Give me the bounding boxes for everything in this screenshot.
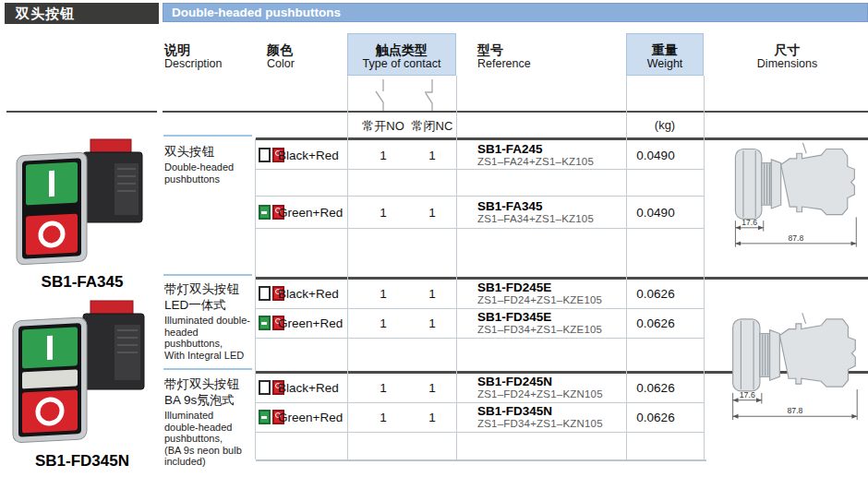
weight-value: 0.0626 xyxy=(605,287,706,301)
column-header-color-zh: 颜色 xyxy=(267,42,295,57)
reference-block: SB1-FD245E ZS1–FD24+ZS1–KZE105 xyxy=(477,280,602,306)
column-header-reference-zh: 型号 xyxy=(477,42,531,57)
row-separator xyxy=(256,432,704,433)
no-count: 1 xyxy=(360,316,406,330)
table-row: Black+Red 1 1 SB1-FA245 ZS1–FA24+ZS1–KZ1… xyxy=(256,140,704,169)
column-header-reference-en: Reference xyxy=(477,57,531,71)
nc-count: 1 xyxy=(409,148,455,161)
reference-subcode: ZS1–FA24+ZS1–KZ105 xyxy=(477,156,594,168)
column-header-color-en: Color xyxy=(267,57,295,71)
section1-blue-line xyxy=(163,135,252,137)
row-separator xyxy=(256,338,704,339)
no-count: 1 xyxy=(360,411,406,424)
reference-block: SB1-FA345 ZS1–FA34+ZS1–KZ105 xyxy=(477,199,594,225)
page-title-banner: Double-headed pushbuttons xyxy=(163,3,868,22)
column-header-contact: 触点类型 Type of contact xyxy=(347,33,456,76)
table-row: Black+Red 1 1 SB1-FD245E ZS1–FD24+ZS1–KZ… xyxy=(256,279,704,308)
product-label-2: SB1-FD345N xyxy=(5,452,160,471)
dimension-drawing-2: 17.6 87.8 xyxy=(720,307,864,435)
reference-block: SB1-FD245N ZS1–FD24+ZS1–KZN105 xyxy=(477,375,603,400)
no-count: 1 xyxy=(360,148,406,161)
no-count: 1 xyxy=(360,287,406,301)
black-button-icon xyxy=(259,286,271,301)
column-header-contact-en: Type of contact xyxy=(348,57,455,71)
column-header-description-zh: 说明 xyxy=(164,42,223,57)
weight-value: 0.0626 xyxy=(605,381,706,395)
table-row: Green+Red 1 1 SB1-FA345 ZS1–FA34+ZS1–KZ1… xyxy=(256,197,704,228)
column-header-dimensions: 尺寸 Dimensions xyxy=(720,42,854,71)
product-label-1: SB1-FA345 xyxy=(5,273,160,292)
section3-blue-line xyxy=(163,368,252,370)
no-count: 1 xyxy=(360,206,406,220)
reference-subcode: ZS1–FD34+ZS1–KZE105 xyxy=(477,324,602,336)
column-header-weight: 重量 Weight xyxy=(626,33,704,76)
rule-header xyxy=(163,111,868,113)
column-header-reference: 型号 Reference xyxy=(477,42,531,71)
column-header-color: 颜色 Color xyxy=(267,42,295,71)
section3-description: 带灯双头按钮 BA 9s氖泡式 Illuminated double-heade… xyxy=(164,376,259,468)
color-label: Green+Red xyxy=(278,206,343,220)
table-row: Black+Red 1 1 SB1-FD245N ZS1–FD24+ZS1–KZ… xyxy=(256,373,704,402)
dim-total-label: 87.8 xyxy=(789,233,804,243)
section2-description: 带灯双头按钮 LED一体式 Illuminated double- headed… xyxy=(164,281,259,361)
reference-subcode: ZS1–FD24+ZS1–KZE105 xyxy=(477,294,602,306)
nc-column-label: 常闭NC xyxy=(400,118,464,135)
weight-value: 0.0490 xyxy=(605,206,706,220)
weight-value: 0.0626 xyxy=(605,316,706,330)
weight-unit-label: (kg) xyxy=(614,118,716,132)
nc-count: 1 xyxy=(409,381,455,395)
dim-cap-label: 17.6 xyxy=(740,390,755,399)
dimension-drawing-1: 17.6 87.8 xyxy=(723,140,863,258)
black-button-icon xyxy=(259,380,271,395)
weight-value: 0.0626 xyxy=(605,411,706,424)
green-button-icon xyxy=(259,316,271,330)
nc-count: 1 xyxy=(409,316,455,330)
table-row: Green+Red 1 1 SB1-FD345E ZS1–FD34+ZS1–KZ… xyxy=(256,308,704,338)
reference-block: SB1-FD345N ZS1–FD34+ZS1–KZN105 xyxy=(477,404,603,430)
product-photo-sb1-fd345n xyxy=(7,295,153,448)
contact-symbols-icon xyxy=(366,79,449,111)
green-button-icon xyxy=(259,205,271,220)
section2-description-en: Illuminated double- headed pushbuttons, … xyxy=(164,315,259,361)
section3-description-en: Illuminated double-headed pushbuttons, (… xyxy=(164,410,259,468)
color-label: Black+Red xyxy=(278,381,339,395)
color-label: Black+Red xyxy=(278,148,339,161)
row-separator xyxy=(256,228,704,229)
column-header-description: 说明 Description xyxy=(164,42,223,71)
section1-description: 双头按钮 Double-headed pushbuttons xyxy=(164,144,259,185)
reference-code: SB1-FD245E xyxy=(477,280,602,294)
section1-description-zh: 双头按钮 xyxy=(164,144,259,160)
section2-description-zh: 带灯双头按钮 LED一体式 xyxy=(164,281,259,313)
row-separator xyxy=(256,169,704,170)
reference-code: SB1-FD345N xyxy=(477,404,603,418)
dim-cap-label: 17.6 xyxy=(741,218,757,227)
rule-left xyxy=(6,111,157,113)
nc-count: 1 xyxy=(409,411,455,424)
reference-subcode: ZS1–FD24+ZS1–KZN105 xyxy=(477,388,603,400)
nc-count: 1 xyxy=(409,287,455,301)
weight-value: 0.0490 xyxy=(605,148,706,161)
reference-code: SB1-FD245N xyxy=(477,375,603,388)
reference-code: SB1-FA245 xyxy=(477,142,594,156)
section1-description-en: Double-headed pushbuttons xyxy=(164,161,259,185)
reference-block: SB1-FD345E ZS1–FD34+ZS1–KZE105 xyxy=(477,310,602,336)
column-header-dimensions-en: Dimensions xyxy=(720,57,854,71)
column-header-contact-zh: 触点类型 xyxy=(348,42,455,57)
color-label: Black+Red xyxy=(278,287,339,301)
column-header-weight-en: Weight xyxy=(627,57,703,71)
color-label: Green+Red xyxy=(278,411,343,424)
reference-block: SB1-FA245 ZS1–FA24+ZS1–KZ105 xyxy=(477,142,594,168)
column-header-description-en: Description xyxy=(164,57,223,71)
column-border xyxy=(704,76,705,459)
green-button-icon xyxy=(259,410,271,424)
dim-total-label: 87.8 xyxy=(787,406,802,415)
black-button-icon xyxy=(259,148,271,162)
reference-code: SB1-FA345 xyxy=(477,199,594,213)
category-label: 双头按钮 xyxy=(5,3,159,24)
product-photo-sb1-fa345 xyxy=(11,132,151,268)
table-row: Green+Red 1 1 SB1-FD345N ZS1–FD34+ZS1–KZ… xyxy=(256,402,704,432)
reference-code: SB1-FD345E xyxy=(477,310,602,324)
rule-table-bottom xyxy=(256,459,706,461)
column-header-weight-zh: 重量 xyxy=(627,42,703,57)
section3-description-zh: 带灯双头按钮 BA 9s氖泡式 xyxy=(164,376,259,408)
